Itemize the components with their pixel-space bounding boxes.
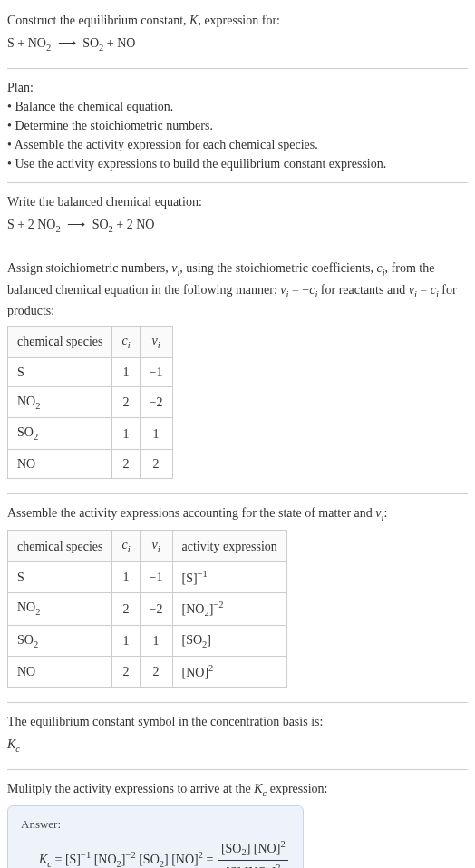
cell-ci: 2	[112, 449, 140, 478]
plan-block: Plan: • Balance the chemical equation. •…	[7, 74, 468, 177]
bal-arrow: ⟶	[67, 215, 85, 234]
eq-lhs-sub: 2	[46, 43, 51, 53]
frac-den: [S] [NO2]2	[218, 861, 288, 868]
title-K: K	[189, 14, 198, 27]
rel1: = −	[288, 283, 309, 297]
kc-symbol: Kc	[7, 735, 468, 756]
activity-block: Assemble the activity expressions accoun…	[7, 500, 468, 697]
balanced-heading: Write the balanced chemical equation:	[7, 192, 468, 211]
kc-sub: c	[15, 744, 20, 754]
th-vi: νi	[140, 327, 172, 358]
ans-K: K	[39, 853, 47, 866]
plan-item: • Determine the stoichiometric numbers.	[7, 116, 468, 135]
eq-rhs2: + NO	[103, 36, 135, 50]
plan-item: • Assemble the activity expression for e…	[7, 135, 468, 154]
plan-item: • Use the activity expressions to build …	[7, 154, 468, 173]
divider	[7, 68, 468, 69]
answer-label: Answer:	[21, 815, 290, 834]
title-text-1b: , expression for:	[198, 14, 280, 27]
activity-heading: Assemble the activity expressions accoun…	[7, 506, 375, 520]
kc-K: K	[7, 737, 15, 751]
th-expr: activity expression	[172, 531, 286, 562]
kc-K2: K	[254, 782, 262, 795]
answer-equation: Kc = [S]−1 [NO2]−2 [SO2] [NO]2 = [SO2] […	[39, 837, 290, 868]
answer-box: Answer: Kc = [S]−1 [NO2]−2 [SO2] [NO]2 =…	[7, 805, 304, 868]
table-row: NO2 2 −2	[8, 386, 173, 418]
stoich-block: Assign stoichiometric numbers, νi, using…	[7, 255, 468, 488]
bal-lhs: S + 2 NO	[7, 218, 55, 231]
table-header-row: chemical species ci νi activity expressi…	[8, 531, 287, 562]
cell-ci: 2	[112, 592, 140, 625]
kc-text: The equilibrium constant symbol in the c…	[7, 712, 468, 731]
title-block: Construct the equilibrium constant, K, e…	[7, 7, 468, 63]
bal-rhs2: + 2 NO	[113, 218, 155, 231]
balanced-equation: S + 2 NO2 ⟶ SO2 + 2 NO	[7, 215, 468, 237]
divider	[7, 493, 468, 494]
ans-s2: −2	[126, 850, 136, 860]
multiply-block: Mulitply the activity expressions to arr…	[7, 775, 468, 868]
table-row: NO 2 2	[8, 449, 173, 478]
table-row: S 1 −1 [S]−1	[8, 561, 287, 592]
th-vi: νi	[140, 531, 172, 562]
cell-vi: 1	[140, 418, 172, 450]
eq-rhs1: SO	[82, 36, 99, 50]
divider	[7, 769, 468, 770]
cell-vi: −1	[140, 561, 172, 592]
divider	[7, 182, 468, 183]
cell-species: NO	[8, 657, 112, 688]
balanced-block: Write the balanced chemical equation: S …	[7, 189, 468, 244]
activity-table: chemical species ci νi activity expressi…	[7, 530, 287, 688]
activity-heading2: :	[383, 506, 387, 520]
eq-lhs: S + NO	[7, 36, 46, 50]
title-text-1: Construct the equilibrium constant,	[7, 14, 189, 27]
ans-p2: [NO2]	[91, 853, 125, 866]
ans-eq2: =	[203, 853, 217, 866]
plan-item: • Balance the chemical equation.	[7, 97, 468, 116]
table-header-row: chemical species ci νi	[8, 327, 173, 358]
th-species: chemical species	[8, 327, 112, 358]
stoich-text1: Assign stoichiometric numbers,	[7, 261, 171, 275]
cell-ci: 2	[112, 657, 140, 688]
cell-vi: 1	[140, 625, 172, 657]
cell-ci: 2	[112, 386, 140, 418]
cell-ci: 1	[112, 561, 140, 592]
th-ci: ci	[112, 327, 140, 358]
ans-eq: = [S]	[52, 853, 81, 866]
ans-p3: [SO2] [NO]	[136, 853, 199, 866]
cell-species: S	[8, 357, 112, 386]
cell-species: SO2	[8, 625, 112, 657]
cell-ci: 1	[112, 357, 140, 386]
cell-species: SO2	[8, 418, 112, 450]
bal-lhs-sub: 2	[55, 223, 60, 233]
th-ci: ci	[112, 531, 140, 562]
cell-expr: [NO]2	[172, 657, 286, 688]
kc-block: The equilibrium constant symbol in the c…	[7, 708, 468, 764]
table-row: SO2 1 1	[8, 418, 173, 450]
cell-expr: [NO2]−2	[172, 592, 286, 625]
cell-ci: 1	[112, 625, 140, 657]
plan-heading: Plan:	[7, 78, 468, 97]
unbalanced-equation: S + NO2 ⟶ SO2 + NO	[7, 34, 468, 55]
multiply-text: Mulitply the activity expressions to arr…	[7, 782, 254, 795]
stoich-text4: for reactants and	[317, 283, 408, 297]
cell-species: NO2	[8, 386, 112, 418]
cell-species: NO2	[8, 592, 112, 625]
cell-vi: 2	[140, 657, 172, 688]
divider	[7, 702, 468, 703]
stoich-table: chemical species ci νi S 1 −1 NO2 2 −2 S…	[7, 326, 173, 479]
rel2: =	[417, 283, 431, 297]
divider	[7, 249, 468, 249]
cell-ci: 1	[112, 418, 140, 450]
cell-vi: −2	[140, 386, 172, 418]
answer-fraction: [SO2] [NO]2[S] [NO2]2	[218, 837, 288, 868]
th-species: chemical species	[8, 531, 112, 562]
cell-expr: [S]−1	[172, 561, 286, 592]
frac-num: [SO2] [NO]2	[218, 837, 288, 861]
cell-species: NO	[8, 449, 112, 478]
cell-vi: 2	[140, 449, 172, 478]
table-row: NO2 2 −2 [NO2]−2	[8, 592, 287, 625]
eq-arrow: ⟶	[58, 34, 76, 53]
ans-s1: −1	[81, 850, 91, 860]
cell-vi: −2	[140, 592, 172, 625]
cell-expr: [SO2]	[172, 625, 286, 657]
